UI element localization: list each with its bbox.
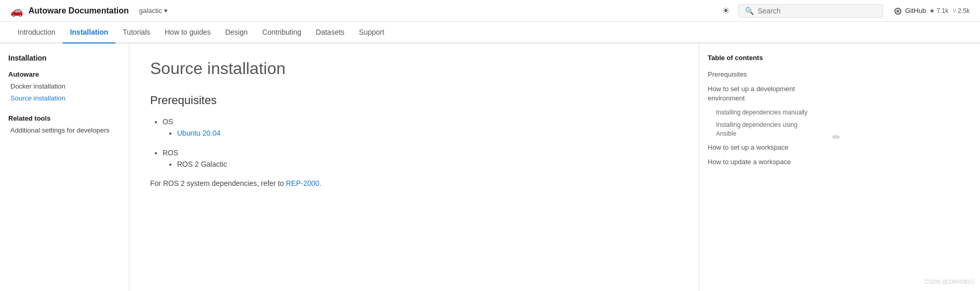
github-label: GitHub bbox=[905, 7, 926, 14]
toc-subitem-installing-manually[interactable]: Installing dependencies manually bbox=[708, 107, 815, 119]
github-forks: ⑂ 2.5k bbox=[953, 7, 970, 14]
github-stars: ★ 7.1k bbox=[929, 7, 948, 14]
nav-item-introduction[interactable]: Introduction bbox=[10, 22, 63, 43]
sidebar-subsection-autoware: Autoware bbox=[8, 67, 121, 80]
main-layout: Installation Autoware Docker installatio… bbox=[0, 43, 980, 291]
search-icon: 🔍 bbox=[745, 7, 754, 15]
nav-item-contributing[interactable]: Contributing bbox=[255, 22, 309, 43]
sidebar-group-installation: Installation Autoware Docker installatio… bbox=[8, 54, 121, 104]
ros-deps-text: For ROS 2 system dependencies, refer to … bbox=[150, 178, 678, 189]
toc-item-prerequisites[interactable]: Prerequisites bbox=[708, 68, 815, 81]
nav-item-installation[interactable]: Installation bbox=[63, 22, 115, 43]
site-title: Autoware Documentation bbox=[28, 6, 129, 16]
prerequisites-list: OS Ubuntu 20.04 bbox=[163, 115, 678, 140]
page-title: Source installation bbox=[150, 59, 678, 78]
toc-subitem-installing-ansible[interactable]: Installing dependencies using Ansible bbox=[708, 119, 815, 140]
chevron-down-icon: ▾ bbox=[164, 7, 168, 14]
nav-item-tutorials[interactable]: Tutorials bbox=[115, 22, 157, 43]
toc-title: Table of contents bbox=[708, 54, 815, 62]
ros-item: ROS ROS 2 Galactic bbox=[163, 147, 678, 171]
toc-item-workspace[interactable]: How to set up a workspace bbox=[708, 141, 815, 154]
edit-icon[interactable]: ✏ bbox=[832, 132, 840, 143]
top-header: 🚗 Autoware Documentation galactic ▾ ☀ 🔍 … bbox=[0, 0, 980, 22]
github-stats: ★ 7.1k ⑂ 2.5k bbox=[929, 7, 970, 14]
sidebar-item-source-installation[interactable]: Source installation bbox=[8, 92, 121, 104]
logo-area: 🚗 Autoware Documentation bbox=[10, 5, 129, 17]
ros-deps-prefix: For ROS 2 system dependencies, refer to bbox=[150, 179, 286, 187]
nav-item-design[interactable]: Design bbox=[218, 22, 255, 43]
ros-sub-list: ROS 2 Galactic bbox=[177, 159, 678, 169]
github-area[interactable]: ⊛ GitHub ★ 7.1k ⑂ 2.5k bbox=[894, 5, 970, 17]
content-wrapper: Source installation Prerequisites OS Ubu… bbox=[129, 43, 980, 291]
sidebar-section-title: Installation bbox=[8, 54, 121, 62]
search-bar[interactable]: 🔍 bbox=[738, 4, 883, 18]
ros2-galactic-item: ROS 2 Galactic bbox=[177, 159, 678, 169]
ros-label: ROS bbox=[163, 149, 178, 157]
main-content: Source installation Prerequisites OS Ubu… bbox=[129, 43, 699, 291]
ros-deps-suffix: . bbox=[319, 179, 321, 187]
os-item: OS Ubuntu 20.04 bbox=[163, 115, 678, 140]
version-selector[interactable]: galactic ▾ bbox=[139, 7, 168, 14]
ubuntu-link[interactable]: Ubuntu 20.04 bbox=[177, 129, 221, 137]
sidebar-subsection-related-tools: Related tools bbox=[8, 111, 121, 124]
sidebar-group-related-tools: Related tools Additional settings for de… bbox=[8, 111, 121, 136]
github-icon: ⊛ bbox=[894, 5, 902, 17]
os-label: OS bbox=[163, 118, 173, 126]
nav-item-support[interactable]: Support bbox=[352, 22, 391, 43]
left-sidebar: Installation Autoware Docker installatio… bbox=[0, 43, 129, 291]
sidebar-item-additional-settings[interactable]: Additional settings for developers bbox=[8, 124, 121, 136]
prerequisites-heading: Prerequisites bbox=[150, 94, 678, 107]
toc-item-dev-environment[interactable]: How to set up a development environment bbox=[708, 82, 815, 105]
theme-toggle-icon[interactable]: ☀ bbox=[722, 5, 730, 17]
rep2000-link[interactable]: REP-2000 bbox=[286, 179, 319, 187]
right-sidebar: Table of contents Prerequisites How to s… bbox=[699, 43, 823, 291]
search-input[interactable] bbox=[758, 7, 876, 15]
version-label: galactic bbox=[139, 7, 162, 14]
toc-item-update-workspace[interactable]: How to update a workspace bbox=[708, 155, 815, 169]
nav-item-datasets[interactable]: Datasets bbox=[309, 22, 352, 43]
nav-item-how-to-guides[interactable]: How to guides bbox=[157, 22, 218, 43]
os-sub-list: Ubuntu 20.04 bbox=[177, 128, 678, 138]
sidebar-item-docker-installation[interactable]: Docker installation bbox=[8, 80, 121, 92]
ros-list: ROS ROS 2 Galactic bbox=[163, 147, 678, 171]
watermark: CSDN @ZARD初心 bbox=[925, 278, 975, 286]
ubuntu-item: Ubuntu 20.04 bbox=[177, 128, 678, 138]
nav-bar: Introduction Installation Tutorials How … bbox=[0, 22, 980, 43]
car-icon: 🚗 bbox=[10, 5, 23, 17]
